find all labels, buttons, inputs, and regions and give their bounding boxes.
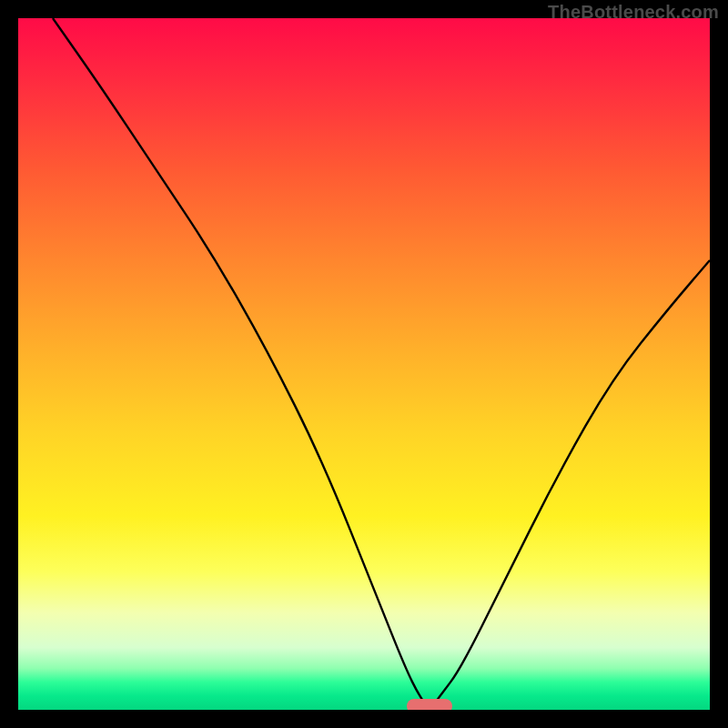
watermark-text: TheBottleneck.com [548, 2, 719, 23]
bottleneck-curve [18, 18, 710, 710]
curve-line [53, 18, 710, 706]
chart-frame: TheBottleneck.com [0, 0, 728, 728]
optimum-marker [407, 699, 452, 710]
plot-area [18, 18, 710, 710]
